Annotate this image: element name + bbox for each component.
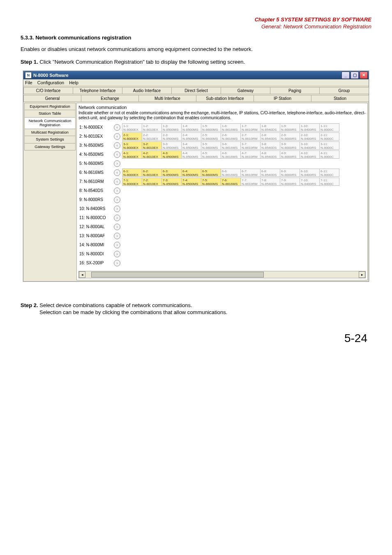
- combination-cell[interactable]: 2-10:N-8400RS: [300, 132, 320, 141]
- expand-arrow-icon[interactable]: ›: [114, 233, 120, 239]
- combination-cell[interactable]: 1-4:N-8500MS: [181, 123, 201, 132]
- combination-cell[interactable]: 3-4:N-8500MS: [181, 141, 201, 150]
- combination-cell[interactable]: 3-3:N-8500MS: [161, 141, 182, 150]
- combination-cell[interactable]: 1-3:N-8500MS: [161, 123, 182, 132]
- combination-cell[interactable]: 4-2:N-8010EX: [142, 150, 162, 159]
- collapse-arrow-icon[interactable]: ‹: [114, 178, 120, 185]
- combination-cell[interactable]: 2-1:N-8000EX: [122, 132, 142, 141]
- combination-cell[interactable]: 6-1:N-8000EX: [122, 169, 142, 177]
- combination-cell[interactable]: 2-11:N-8000C: [319, 132, 339, 141]
- tab-general[interactable]: General: [23, 95, 81, 102]
- combination-cell[interactable]: 2-2:N-8010EX: [142, 132, 162, 141]
- tab-co-interface[interactable]: C/O Interface: [23, 87, 73, 94]
- combination-cell[interactable]: 7-9:N-8000RS: [280, 178, 300, 186]
- combination-cell[interactable]: 7-4:N-8500MS: [181, 178, 201, 186]
- expand-arrow-icon[interactable]: ›: [114, 206, 120, 212]
- combination-cell[interactable]: 1-1:N-8000EX: [122, 123, 142, 132]
- combination-cell[interactable]: 4-8:N-8540DS: [260, 150, 280, 159]
- scroll-right-arrow[interactable]: ▸: [359, 271, 365, 278]
- combination-cell[interactable]: 1-9:N-8000RS: [280, 123, 300, 132]
- combination-cell[interactable]: 7-6:N-8616MS: [221, 178, 241, 186]
- combination-cell[interactable]: 6-6:N-8616MS: [221, 169, 241, 177]
- expand-arrow-icon[interactable]: ›: [114, 215, 120, 221]
- combination-cell[interactable]: 3-8:N-8540DS: [260, 141, 280, 150]
- tab-direct-select[interactable]: Direct Select: [171, 87, 221, 94]
- tab-group[interactable]: Group: [319, 87, 369, 94]
- combination-cell[interactable]: 4-10:N-8400RS: [300, 150, 320, 159]
- combination-cell[interactable]: 3-9:N-8000RS: [280, 141, 300, 150]
- combination-cell[interactable]: 7-3:N-8500MS: [161, 178, 182, 186]
- combination-cell[interactable]: 6-11:N-8000C: [319, 169, 339, 177]
- combination-cell[interactable]: 6-2:N-8010EX: [142, 169, 162, 177]
- combination-cell[interactable]: 7-10:N-8400RS: [300, 178, 320, 186]
- combination-cell[interactable]: 6-8:N-8540DS: [260, 169, 280, 177]
- menu-file[interactable]: File: [25, 80, 32, 85]
- combination-cell[interactable]: 4-11:N-8000C: [319, 150, 339, 159]
- side-tab-station-table[interactable]: Station Table: [24, 110, 76, 117]
- combination-cell[interactable]: 4-3:N-8500MS: [161, 150, 182, 159]
- side-tab-network-communication-registration[interactable]: Network Communication Registration: [24, 117, 76, 129]
- tab-exchange[interactable]: Exchange: [81, 95, 139, 102]
- expand-arrow-icon[interactable]: ›: [114, 197, 120, 203]
- combination-cell[interactable]: 7-2:N-8010EX: [142, 178, 162, 186]
- combination-cell[interactable]: 3-6:N-8616MS: [221, 141, 241, 150]
- combination-cell[interactable]: 7-5:N-8600MS: [201, 178, 221, 186]
- combination-cell[interactable]: 6-9:N-8000RS: [280, 169, 300, 177]
- combination-cell[interactable]: 2-9:N-8000RS: [280, 132, 300, 141]
- collapse-arrow-icon[interactable]: ‹: [114, 142, 120, 149]
- combination-cell[interactable]: 6-7:N-8610RM: [240, 169, 261, 177]
- combination-cell[interactable]: 6-5:N-8600MS: [201, 169, 221, 177]
- combination-cell[interactable]: 7-8:N-8540DS: [260, 178, 280, 186]
- side-tab-equipment-registration[interactable]: Equipment Registration: [24, 103, 76, 110]
- tab-gateway[interactable]: Gateway: [221, 87, 270, 94]
- combination-cell[interactable]: 4-6:N-8616MS: [221, 150, 241, 159]
- combination-cell[interactable]: 4-4:N-8500MS: [181, 150, 201, 159]
- combination-cell[interactable]: 2-8:N-8540DS: [260, 132, 280, 141]
- combination-cell[interactable]: 4-9:N-8000RS: [280, 150, 300, 159]
- combination-cell[interactable]: 7-7:N-8610RM: [240, 178, 261, 186]
- maximize-button[interactable]: ▢: [350, 72, 359, 79]
- tab-multi-interface[interactable]: Multi Interface: [138, 95, 196, 102]
- combination-cell[interactable]: 2-5:N-8600MS: [201, 132, 221, 141]
- combination-cell[interactable]: 6-10:N-8400RS: [300, 169, 320, 177]
- tab-telephone-interface[interactable]: Telephone Interface: [73, 87, 122, 94]
- combination-cell[interactable]: 7-11:N-8000C: [319, 178, 339, 186]
- side-tab-system-settings[interactable]: System Settings: [24, 136, 76, 143]
- combination-cell[interactable]: 4-1:N-8000EX: [122, 150, 142, 159]
- expand-arrow-icon[interactable]: ›: [114, 242, 120, 248]
- combination-cell[interactable]: 3-7:N-8610RM: [240, 141, 261, 150]
- combination-cell[interactable]: 1-8:N-8540DS: [260, 123, 280, 132]
- expand-arrow-icon[interactable]: ›: [114, 224, 120, 230]
- combination-cell[interactable]: 2-4:N-8500MS: [181, 132, 201, 141]
- combination-cell[interactable]: 1-2:N-8010EX: [142, 123, 162, 132]
- tab-ip-station[interactable]: IP Station: [254, 95, 311, 102]
- combination-cell[interactable]: 6-4:N-8500MS: [181, 169, 201, 177]
- combination-cell[interactable]: 4-5:N-8600MS: [201, 150, 221, 159]
- horizontal-scrollbar[interactable]: ◂ ▸: [78, 271, 366, 278]
- tab-paging[interactable]: Paging: [270, 87, 320, 94]
- combination-cell[interactable]: 2-7:N-8610RM: [240, 132, 261, 141]
- combination-cell[interactable]: 1-7:N-8610RM: [240, 123, 261, 132]
- expand-arrow-icon[interactable]: ›: [114, 160, 120, 167]
- expand-arrow-icon[interactable]: ›: [114, 187, 120, 194]
- combination-cell[interactable]: 7-1:N-8000EX: [122, 178, 142, 186]
- side-tab-multicast-registration[interactable]: Multicast Registration: [24, 129, 76, 136]
- combination-cell[interactable]: 1-10:N-8400RS: [300, 123, 320, 132]
- side-tab-gateway-settings[interactable]: Gateway Settings: [24, 143, 76, 150]
- combination-cell[interactable]: 1-11:N-8000C: [319, 123, 339, 132]
- expand-arrow-icon[interactable]: ›: [114, 251, 120, 257]
- combination-cell[interactable]: 3-11:N-8000C: [319, 141, 339, 150]
- combination-cell[interactable]: 3-10:N-8400RS: [300, 141, 320, 150]
- tab-substation-interface[interactable]: Sub-station Interface: [196, 95, 254, 102]
- expand-arrow-icon[interactable]: ›: [114, 260, 120, 266]
- combination-cell[interactable]: 1-5:N-8600MS: [201, 123, 221, 132]
- minimize-button[interactable]: _: [341, 72, 350, 79]
- collapse-arrow-icon[interactable]: ‹: [114, 169, 120, 176]
- combination-cell[interactable]: 3-2:N-8010EX: [142, 141, 162, 150]
- combination-cell[interactable]: 2-6:N-8616MS: [221, 132, 241, 141]
- combination-cell[interactable]: 2-3:N-8500MS: [161, 132, 182, 141]
- close-button[interactable]: ✕: [360, 72, 368, 79]
- collapse-arrow-icon[interactable]: ‹: [114, 133, 120, 140]
- collapse-arrow-icon[interactable]: ‹: [114, 124, 120, 131]
- combination-cell[interactable]: 1-6:N-8616MS: [221, 123, 241, 132]
